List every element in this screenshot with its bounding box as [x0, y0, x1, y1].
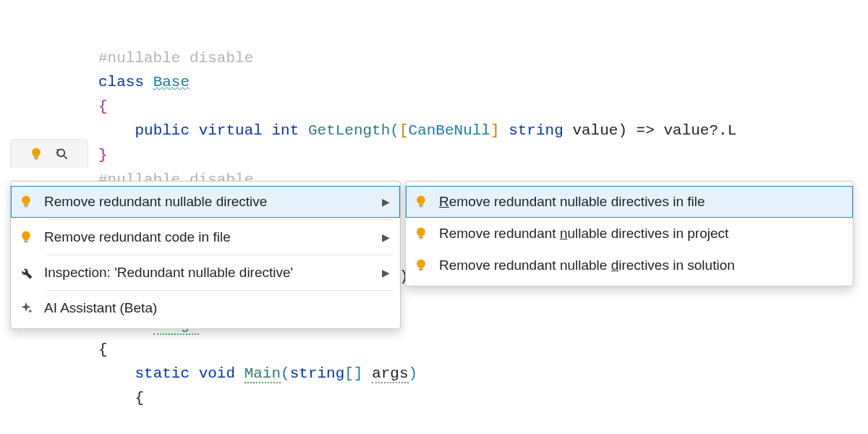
menu-item-remove-redundant-directive[interactable]: Remove redundant nullable directive ▶: [11, 186, 400, 218]
method-main: Main: [244, 365, 281, 383]
lightbulb-icon: [413, 258, 429, 273]
submenu-item-solution[interactable]: Remove redundant nullable directives in …: [406, 250, 853, 281]
lightbulb-icon: [28, 146, 44, 162]
menu-item-label: Inspection: 'Redundant nullable directiv…: [44, 265, 372, 281]
menu-separator: [47, 290, 393, 291]
menu-item-label: Remove redundant nullable directive: [44, 194, 372, 210]
method-name: GetLength: [308, 122, 390, 139]
menu-item-label: AI Assistant (Beta): [44, 300, 390, 316]
submenu-item-label: Remove redundant nullable directives in …: [439, 226, 843, 242]
submenu-arrow-icon: ▶: [382, 267, 390, 278]
quickfix-toolbar[interactable]: [10, 139, 88, 168]
directive: #nullable disable: [98, 50, 253, 67]
svg-rect-8: [420, 205, 423, 206]
menu-separator: [47, 255, 393, 255]
quickfix-menu: Remove redundant nullable directive ▶ Re…: [10, 181, 401, 329]
submenu-arrow-icon: ▶: [382, 196, 390, 208]
submenu-arrow-icon: ▶: [382, 231, 390, 243]
submenu-item-file[interactable]: Remove redundant nullable directives in …: [406, 186, 853, 218]
svg-rect-0: [35, 158, 38, 158]
sparkle-icon: [18, 300, 34, 316]
brace-open: {: [98, 98, 108, 115]
svg-rect-10: [420, 269, 423, 270]
lightbulb-icon: [413, 194, 429, 210]
svg-rect-6: [25, 205, 28, 206]
quickfix-submenu: Remove redundant nullable directives in …: [405, 181, 854, 286]
class-name: Base: [153, 74, 190, 90]
submenu-item-label: Remove redundant nullable directives in …: [439, 194, 843, 210]
menu-item-label: Remove redundant code in file: [44, 229, 372, 245]
menu-item-remove-redundant-code[interactable]: Remove redundant code in file ▶: [11, 221, 400, 253]
svg-line-2: [64, 156, 67, 158]
lightbulb-icon: [413, 226, 429, 242]
keyword-class: class: [98, 74, 153, 90]
submenu-item-project[interactable]: Remove redundant nullable directives in …: [406, 218, 853, 250]
wrench-icon: [18, 265, 34, 281]
lightbulb-icon: [18, 229, 34, 245]
svg-rect-7: [25, 241, 28, 242]
lightbulb-icon: [18, 194, 34, 210]
inspect-icon: [54, 146, 70, 162]
svg-rect-9: [420, 237, 423, 238]
submenu-item-label: Remove redundant nullable directives in …: [439, 258, 843, 273]
menu-item-inspection[interactable]: Inspection: 'Redundant nullable directiv…: [11, 257, 400, 289]
brace-close: }: [98, 147, 108, 163]
menu-item-ai-assistant[interactable]: AI Assistant (Beta): [11, 292, 400, 324]
menu-separator: [47, 219, 393, 220]
